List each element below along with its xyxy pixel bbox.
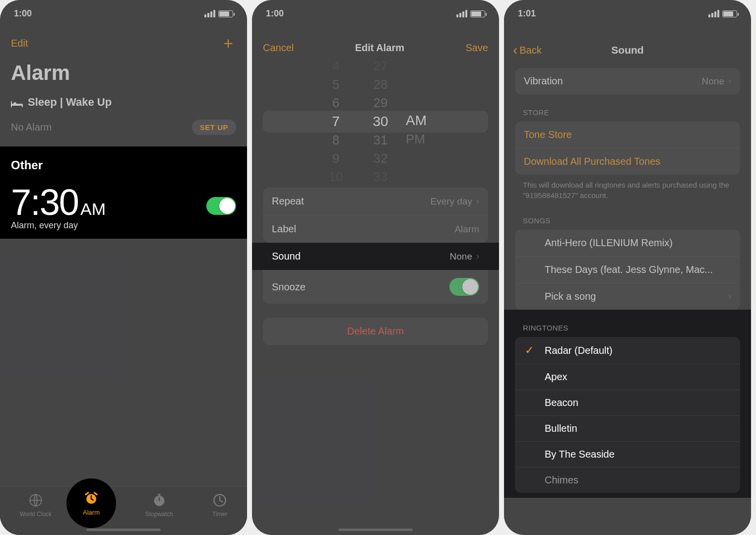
sleep-wake-label: Sleep | Wake Up [28, 96, 112, 109]
vibration-value: None [702, 76, 724, 87]
back-chevron-icon[interactable]: ‹ [513, 42, 517, 58]
page-title: Alarm [0, 58, 247, 94]
status-time: 1:00 [14, 8, 32, 19]
ringtone-row[interactable]: Beacon [515, 390, 740, 416]
save-button[interactable]: Save [465, 42, 488, 54]
status-bar: 1:00 [0, 0, 247, 27]
sleep-wake-header: Sleep | Wake Up [0, 94, 247, 116]
other-alarms-section: Other 7:30AM Alarm, every day [0, 146, 247, 239]
cancel-button[interactable]: Cancel [263, 42, 294, 54]
status-bar: 1:01 [504, 0, 751, 27]
tab-world-clock[interactable]: World Clock [20, 493, 52, 518]
tab-timer[interactable]: Timer [212, 493, 227, 518]
back-button[interactable]: Back [519, 45, 541, 56]
ringtone-row[interactable]: Bulletin [515, 416, 740, 442]
songs-header: SONGS [504, 202, 751, 230]
signal-icon [708, 10, 719, 17]
home-indicator[interactable] [86, 529, 161, 531]
alarm-row[interactable]: 7:30AM Alarm, every day [0, 177, 247, 239]
ringtone-row[interactable]: By The Seaside [515, 442, 740, 468]
delete-alarm-button[interactable]: Delete Alarm [263, 318, 488, 345]
screen-alarm-list: 1:00 Edit ＋ Alarm Sleep | Wake Up No Ala… [0, 0, 247, 535]
ringtone-row[interactable]: Apex [515, 364, 740, 390]
picker-minutes[interactable]: 27 28 29 30 31 32 33 [358, 59, 403, 185]
screen-edit-alarm: 1:00 Cancel Edit Alarm Save 4 5 6 7 8 9 … [252, 0, 499, 535]
setup-button[interactable]: SET UP [192, 120, 236, 135]
alarm-settings-group-2: Snooze [263, 270, 488, 304]
alarm-toggle[interactable] [206, 197, 236, 215]
picker-hours[interactable]: 4 5 6 7 8 9 10 [314, 59, 358, 185]
download-tones-row[interactable]: Download All Purchased Tones [515, 148, 740, 175]
chevron-right-icon: › [476, 251, 479, 262]
alarm-clock-icon [84, 491, 99, 506]
download-tones-label: Download All Purchased Tones [524, 156, 660, 167]
store-group: Tone Store Download All Purchased Tones [515, 122, 740, 175]
vibration-group: Vibration None› [515, 68, 740, 94]
status-time: 1:00 [266, 8, 284, 19]
snooze-label: Snooze [272, 281, 306, 293]
label-row[interactable]: Label Alarm [263, 215, 488, 243]
svg-rect-2 [158, 494, 160, 496]
modal-title: Edit Alarm [355, 42, 404, 54]
status-indicators [708, 10, 737, 17]
repeat-row[interactable]: Repeat Every day› [263, 188, 488, 215]
pick-song-label: Pick a song [545, 291, 596, 302]
store-footnote: This will download all ringtones and ale… [504, 175, 751, 202]
ringtone-row[interactable]: Chimes [515, 468, 740, 493]
ringtone-label: Chimes [545, 474, 578, 486]
chevron-right-icon: › [728, 76, 731, 86]
bed-icon [11, 98, 23, 106]
snooze-row: Snooze [263, 270, 488, 304]
battery-icon [722, 10, 737, 17]
stopwatch-icon [152, 493, 167, 508]
svg-point-1 [154, 496, 164, 506]
vibration-row[interactable]: Vibration None› [515, 68, 740, 94]
ringtone-label: By The Seaside [545, 449, 615, 460]
signal-icon [204, 10, 215, 17]
battery-icon [470, 10, 485, 17]
battery-icon [218, 10, 233, 17]
time-picker[interactable]: 4 5 6 7 8 9 10 27 28 29 30 31 32 33 AM P… [263, 69, 488, 174]
picker-ampm[interactable]: AM PM [403, 65, 438, 179]
ringtone-row[interactable]: ✓ Radar (Default) [515, 337, 740, 364]
pick-song-row[interactable]: Pick a song › [515, 283, 740, 310]
status-time: 1:01 [518, 8, 536, 19]
ringtone-label: Radar (Default) [545, 345, 613, 356]
song-row[interactable]: Anti-Hero (ILLENIUM Remix) [515, 230, 740, 257]
add-alarm-icon[interactable]: ＋ [220, 32, 236, 54]
alarm-time: 7:30AM [11, 181, 106, 223]
chevron-right-icon: › [728, 291, 731, 302]
tab-stopwatch[interactable]: Stopwatch [145, 493, 173, 518]
home-indicator[interactable] [338, 529, 413, 531]
edit-button[interactable]: Edit [11, 38, 28, 49]
tab-alarm-highlight[interactable]: Alarm [66, 478, 116, 528]
songs-group: Anti-Hero (ILLENIUM Remix) These Days (f… [515, 230, 740, 310]
ringtones-section: RINGTONES ✓ Radar (Default) Apex Beacon … [504, 310, 751, 498]
globe-icon [28, 493, 43, 508]
tone-store-row[interactable]: Tone Store [515, 122, 740, 148]
alarm-time-value: 7:30 [11, 182, 78, 223]
ringtones-group: ✓ Radar (Default) Apex Beacon Bulletin B… [515, 337, 740, 493]
sound-label: Sound [272, 251, 301, 262]
ringtone-label: Beacon [545, 397, 578, 408]
store-header: STORE [504, 94, 751, 122]
ringtone-label: Bulletin [545, 423, 577, 434]
alarm-ampm: AM [80, 200, 106, 218]
tone-store-label: Tone Store [524, 129, 572, 140]
ringtones-header: RINGTONES [504, 310, 751, 337]
tab-label: Timer [212, 511, 227, 518]
nav-bar: Edit ＋ [0, 27, 247, 58]
snooze-toggle[interactable] [449, 278, 479, 296]
alarm-settings-group: Repeat Every day› Label Alarm [263, 188, 488, 243]
sound-row[interactable]: Sound None› [252, 243, 499, 270]
checkmark-icon: ✓ [524, 344, 535, 357]
signal-icon [456, 10, 467, 17]
status-indicators [204, 10, 233, 17]
tab-label: Alarm [83, 509, 100, 516]
status-bar: 1:00 [252, 0, 499, 27]
repeat-label: Repeat [272, 196, 304, 207]
timer-icon [212, 493, 227, 508]
song-row[interactable]: These Days (feat. Jess Glynne, Mac... [515, 257, 740, 283]
label-value: Alarm [454, 224, 479, 235]
label-label: Label [272, 223, 296, 235]
